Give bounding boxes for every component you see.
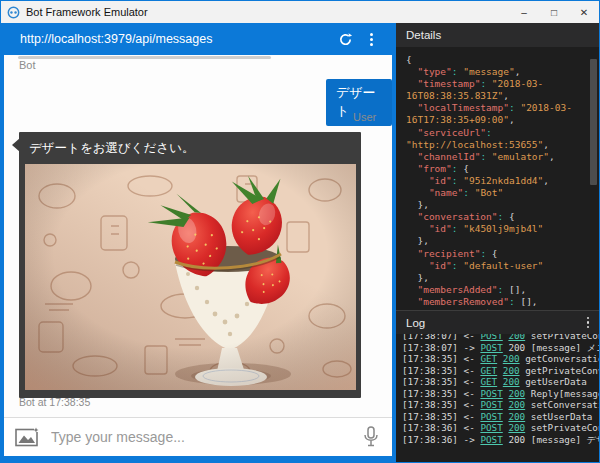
log-direction: <- xyxy=(464,411,481,422)
minimize-button[interactable]: – xyxy=(509,1,539,23)
message-input[interactable] xyxy=(51,429,350,445)
json-line: }, xyxy=(406,272,599,284)
inspector-panel: Details { "type": "message", "timestamp"… xyxy=(396,23,599,462)
log-status: 200 xyxy=(508,434,525,445)
json-line: "text": "デザー xyxy=(406,308,599,310)
log-text: getConversationData xyxy=(525,353,599,364)
window-title: Bot Framework Emulator xyxy=(26,6,509,18)
log-text: [message] デザート xyxy=(531,434,599,445)
log-text: setUserData xyxy=(531,411,593,422)
json-line: "timestamp": "2018-03- xyxy=(406,78,599,90)
log-text: getPrivateConversationData xyxy=(525,365,599,376)
log-direction: <- xyxy=(464,388,481,399)
log-status-link[interactable]: 200 xyxy=(508,411,525,422)
emulator-window: Bot Framework Emulator – □ ✕ http://loca… xyxy=(0,0,600,463)
log-method-link[interactable]: POST xyxy=(480,411,502,422)
reload-button[interactable] xyxy=(332,26,358,52)
log-direction: <- xyxy=(464,399,481,410)
json-line: }, xyxy=(406,199,599,211)
log-entry: [17:38:07] -> POST 200 [message] メニュー xyxy=(402,342,599,354)
log-entry: [17:38:35] <- POST 200 Reply[message] xyxy=(402,388,599,400)
log-menu-icon[interactable] xyxy=(587,317,590,329)
json-line: "localTimestamp": "2018-03- xyxy=(406,102,599,114)
previous-card-edge xyxy=(18,56,271,59)
log-status-link[interactable]: 200 xyxy=(508,334,525,341)
log-status-link[interactable]: 200 xyxy=(508,388,525,399)
log-entry: [17:38:35] <- GET 200 getConversationDat… xyxy=(402,353,599,365)
log-method-link[interactable]: GET xyxy=(480,376,497,387)
log-direction: <- xyxy=(464,422,481,433)
microphone-icon[interactable] xyxy=(363,426,379,448)
log-status-link[interactable]: 200 xyxy=(508,422,525,433)
json-line: "id": "default-user" xyxy=(406,260,599,272)
bubble-tail xyxy=(391,96,392,110)
log-text: getUserData xyxy=(525,376,587,387)
log-time: [17:38:35] xyxy=(402,388,464,399)
log-time: [17:38:35] xyxy=(402,376,464,387)
details-header: Details xyxy=(396,23,599,47)
kebab-menu-icon xyxy=(370,33,373,46)
log-status: 200 xyxy=(508,342,525,353)
json-line: "serviceUrl": xyxy=(406,127,599,139)
json-line: "from": { xyxy=(406,163,599,175)
json-line: "type": "message", xyxy=(406,66,599,78)
log-entry: [17:38:36] -> POST 200 [message] デザート xyxy=(402,434,599,446)
maximize-button[interactable]: □ xyxy=(539,1,569,23)
chat-panel: http://localhost:3979/api/messages Bot デ… xyxy=(1,23,396,462)
log-entry: [17:38:07] <- POST 200 setPrivateConvers… xyxy=(402,334,599,342)
attach-image-icon[interactable] xyxy=(15,427,39,447)
message-input-bar xyxy=(4,417,392,456)
log-status-link[interactable]: 200 xyxy=(503,365,520,376)
log-method-link[interactable]: GET xyxy=(480,353,497,364)
strawberry-photo xyxy=(25,164,356,390)
log-list[interactable]: [17:38:07] <- POST 200 setPrivateConvers… xyxy=(396,334,599,462)
log-status-link[interactable]: 200 xyxy=(503,353,520,364)
details-title: Details xyxy=(406,29,589,41)
json-line: "recipient": { xyxy=(406,248,599,260)
conversation-menu-button[interactable] xyxy=(358,26,384,52)
details-scrollbar[interactable] xyxy=(590,59,597,185)
log-time: [17:38:35] xyxy=(402,365,464,376)
log-text: setPrivateConversationData xyxy=(531,334,599,341)
bot-timestamp: Bot at 17:38:35 xyxy=(19,396,90,408)
endpoint-url[interactable]: http://localhost:3979/api/messages xyxy=(20,32,332,46)
log-text: setPrivateConversationData xyxy=(531,422,599,433)
log-direction: <- xyxy=(464,353,481,364)
log-method-link[interactable]: POST xyxy=(480,388,502,399)
log-text: [message] メニュー xyxy=(531,342,599,353)
refresh-icon xyxy=(338,32,353,47)
log-entry: [17:38:35] <- GET 200 getUserData xyxy=(402,376,599,388)
json-line: "http://localhost:53655", xyxy=(406,139,599,151)
close-button[interactable]: ✕ xyxy=(569,1,599,23)
json-line: "membersAdded": [], xyxy=(406,284,599,296)
json-line: "membersRemoved": [], xyxy=(406,296,599,308)
json-line: { xyxy=(406,54,599,66)
log-entry: [17:38:36] <- POST 200 setPrivateConvers… xyxy=(402,422,599,434)
json-line: "channelId": "emulator", xyxy=(406,151,599,163)
log-time: [17:38:36] xyxy=(402,422,464,433)
details-json-pane[interactable]: { "type": "message", "timestamp": "2018-… xyxy=(396,47,599,310)
log-method-link[interactable]: POST xyxy=(480,422,502,433)
log-header: Log xyxy=(396,310,599,334)
log-time: [17:38:36] xyxy=(402,434,464,445)
bot-message-card[interactable]: デザートをお選びください。 xyxy=(19,132,361,398)
log-entry: [17:38:35] <- GET 200 getPrivateConversa… xyxy=(402,365,599,377)
bot-sender-label: Bot xyxy=(19,59,36,71)
log-text: Reply[message] xyxy=(531,388,599,399)
log-time: [17:38:07] xyxy=(402,342,464,353)
log-method-link[interactable]: POST xyxy=(480,399,502,410)
log-method-link[interactable]: POST xyxy=(480,342,502,353)
log-direction: <- xyxy=(464,365,481,376)
log-status-link[interactable]: 200 xyxy=(503,376,520,387)
log-method-link[interactable]: POST xyxy=(480,334,502,341)
log-direction: <- xyxy=(464,334,481,341)
user-sender-label: User xyxy=(353,111,376,123)
log-method-link[interactable]: GET xyxy=(480,365,497,376)
log-time: [17:38:35] xyxy=(402,399,464,410)
log-method-link[interactable]: POST xyxy=(480,434,502,445)
log-time: [17:38:35] xyxy=(402,353,464,364)
log-status-link[interactable]: 200 xyxy=(508,399,525,410)
json-line: 16T17:38:35+09:00", xyxy=(406,114,599,126)
conversation-area[interactable]: Bot デザート User デザートをお選びください。 xyxy=(4,55,392,417)
address-bar: http://localhost:3979/api/messages xyxy=(4,23,392,55)
